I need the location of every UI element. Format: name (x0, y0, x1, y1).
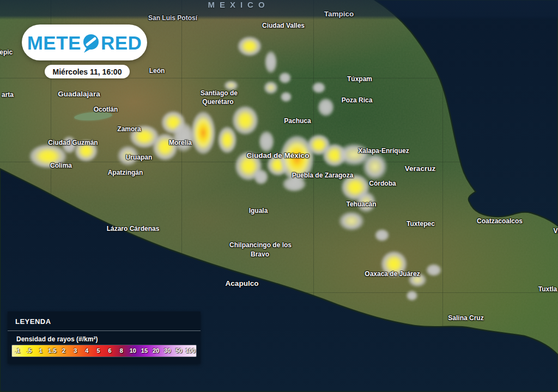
weather-map-app: MEXICOSan Luis PotosíTampicoCiudad Valle… (0, 0, 558, 392)
legend-subtitle: Densidad de rayos (#/km²) (8, 331, 201, 345)
lightning-density-blob (258, 130, 275, 153)
lightning-density-blob (317, 97, 335, 117)
lightning-density-blob (282, 176, 307, 192)
legend-scale-value: 30 (162, 345, 173, 357)
lightning-density-blob (232, 105, 259, 136)
legend-scale-value: 1.5 (46, 345, 58, 357)
legend-scale-value: 15 (138, 345, 150, 357)
lightning-density-blob (217, 126, 237, 154)
datetime-badge: Miércoles 11, 16:00 (45, 65, 130, 78)
legend-scale-value: 50 (173, 345, 185, 357)
lightning-density-blob (356, 191, 377, 213)
lightning-density-blob (426, 264, 442, 277)
legend-scale-value: 10 (127, 345, 138, 357)
lightning-density-blob (263, 81, 278, 95)
legend-scale-value: 3 (70, 345, 81, 357)
lightning-density-blob (223, 80, 239, 91)
lightning-density-blob (253, 169, 269, 185)
legend-scale-value: 5 (93, 345, 104, 357)
legend-scale-value: 8 (116, 345, 127, 357)
lightning-density-blob (278, 72, 292, 84)
lightning-density-blob (237, 36, 262, 57)
lightning-density-blob (408, 272, 427, 287)
lightning-density-blob (264, 50, 277, 74)
lightning-density-blob (380, 250, 408, 278)
legend-scale-value: 6 (104, 345, 116, 357)
legend-scale-value: 2 (58, 345, 70, 357)
speech-bubble-icon (82, 33, 100, 54)
lightning-density-blob (280, 91, 292, 102)
legend-panel: LEYENDA Densidad de rayos (#/km²) .1.511… (8, 311, 201, 364)
datetime-label: Miércoles 11, 16:00 (53, 68, 122, 76)
legend-scale-value: 4 (81, 345, 93, 357)
lightning-density-blob (338, 211, 365, 231)
legend-scale-value: 100 (185, 345, 196, 357)
lightning-density-blob (406, 290, 418, 301)
legend-scale-value: 1 (35, 345, 46, 357)
lightning-density-blob (312, 82, 326, 94)
legend-color-scale: .1.511.52345681015203050100 (12, 345, 196, 357)
lightning-density-blob (374, 229, 390, 242)
legend-title: LEYENDA (8, 311, 201, 326)
lightning-density-blob (191, 111, 216, 155)
legend-scale-value: .5 (23, 345, 35, 357)
logo-text-post: RED (101, 33, 142, 52)
lightning-density-blob (117, 145, 140, 167)
legend-scale-value: 20 (150, 345, 162, 357)
meteored-logo[interactable]: METE RED (22, 24, 147, 60)
lightning-density-blob (74, 139, 98, 162)
logo-text-pre: METE (27, 33, 81, 52)
legend-scale-value: .1 (12, 345, 23, 357)
